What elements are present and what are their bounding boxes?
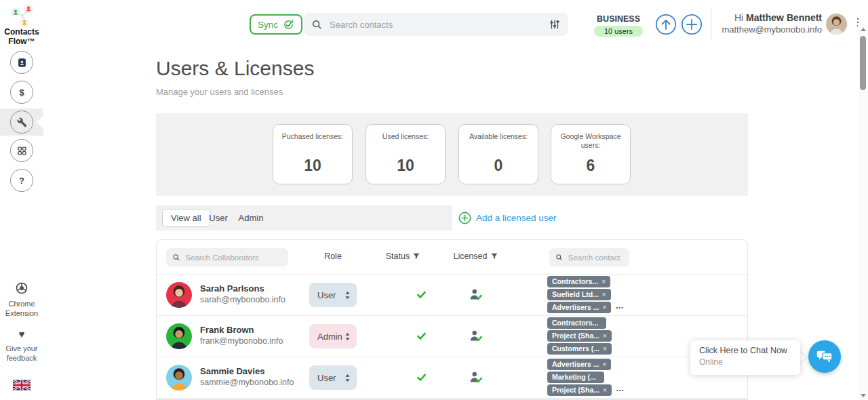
tag[interactable]: Project (Sha...× <box>547 384 612 396</box>
column-licensed[interactable]: Licensed <box>450 252 500 261</box>
wrench-icon <box>17 117 27 127</box>
brand-name: Contacts Flow™ <box>0 27 43 46</box>
scroll-up-arrow-icon[interactable] <box>861 28 866 31</box>
licensed-user-icon <box>450 370 500 384</box>
scroll-down-arrow-icon[interactable] <box>861 394 866 397</box>
tag[interactable]: Contractors...× <box>547 276 610 287</box>
sidebar: Contacts Flow™ $ ? <box>0 0 43 400</box>
tag[interactable]: Advertisers ...× <box>547 359 611 370</box>
remove-tag-icon: × <box>603 386 607 394</box>
search-contact-lists-input[interactable] <box>567 253 623 262</box>
filter-funnel-icon <box>413 253 420 260</box>
remove-tag-icon: × <box>603 332 607 340</box>
search-collaborators-input[interactable] <box>184 253 282 262</box>
search-contact-lists <box>549 248 629 266</box>
table-row: Sarah Parlsons sarah@mybonobo.info User <box>157 274 747 315</box>
role-select[interactable]: Admin <box>309 324 357 348</box>
tag[interactable]: Project (Sha...× <box>547 330 612 342</box>
user-name: Matthew Bennett <box>746 12 822 23</box>
plus-circle-icon <box>681 14 703 35</box>
tag[interactable]: Suefield Ltd...× <box>547 289 611 300</box>
user-info: Hi Matthew Bennett matthew@mybonobo.info <box>705 12 822 35</box>
contacts-flow-logo-icon[interactable] <box>9 3 36 28</box>
user-greeting: Hi Matthew Bennett <box>705 12 822 23</box>
search-contacts-input[interactable] <box>328 19 542 31</box>
role-select[interactable]: User <box>309 283 357 307</box>
tag[interactable]: Contractors... <box>547 317 606 329</box>
remove-tag-icon: × <box>603 345 607 353</box>
tab-user[interactable]: User <box>203 205 233 231</box>
remove-tag-icon: × <box>601 278 606 285</box>
table-row: Frank Brown frank@mybonobo.info Admin Co <box>157 315 747 357</box>
plan-name: BUSINESS <box>582 14 640 24</box>
page-title: Users & Licenses <box>156 57 314 80</box>
sync-button[interactable]: Sync <box>250 14 302 35</box>
stat-card-available: Available licenses: 0 <box>458 124 538 184</box>
licensed-user-icon <box>450 287 500 302</box>
sidebar-item-billing[interactable]: $ <box>10 81 33 104</box>
contact-list-tags: Contractors... Project (Sha...× Customer… <box>547 317 612 355</box>
chat-prompt-card[interactable]: Click Here to Chat Now Online <box>690 340 800 375</box>
updown-arrows-icon <box>344 374 351 382</box>
app-window: Contacts Flow™ $ ? <box>0 0 868 400</box>
add-new-button[interactable] <box>681 14 703 35</box>
remove-tag-icon: × <box>602 291 606 298</box>
feedback-link[interactable]: ♥ Give your feedback <box>0 329 43 363</box>
more-tags-icon[interactable]: ••• <box>616 387 624 393</box>
tag[interactable]: Customers (...× <box>547 343 612 355</box>
page-subtitle: Manage your users and licenses <box>156 87 283 97</box>
question-icon: ? <box>19 176 24 186</box>
remove-tag-icon: × <box>602 361 606 368</box>
sidebar-item-contacts[interactable] <box>10 51 33 74</box>
scrollbar-thumb[interactable] <box>860 36 866 90</box>
user-avatar[interactable] <box>826 14 847 35</box>
dollar-icon: $ <box>19 87 24 98</box>
table-header: Role Status Licensed <box>157 240 747 274</box>
sidebar-item-apps[interactable] <box>10 139 33 162</box>
more-tags-icon[interactable]: ••• <box>616 304 623 311</box>
status-check-icon <box>397 372 445 385</box>
sidebar-item-settings[interactable] <box>10 111 33 134</box>
language-flag-uk[interactable] <box>13 380 31 391</box>
chrome-icon <box>15 281 28 295</box>
user-email: sammie@mybonobo.info <box>200 378 294 387</box>
status-check-icon <box>397 289 445 302</box>
contact-list-tags: Contractors...× Suefield Ltd...× Adverti… <box>547 276 624 313</box>
contact-card-icon <box>17 58 27 68</box>
search-icon <box>555 253 563 262</box>
filter-sliders-icon[interactable] <box>549 18 561 31</box>
global-search <box>304 13 568 36</box>
grid-icon <box>17 146 27 156</box>
user-name: Frank Brown <box>200 325 254 335</box>
add-licensed-user-button[interactable]: Add a licensed user <box>458 209 557 227</box>
import-upload-button[interactable] <box>655 14 677 35</box>
status-check-icon <box>397 331 445 344</box>
chat-bubbles-icon <box>816 349 833 365</box>
avatar <box>166 282 192 308</box>
stat-card-workspace: Google Workspace users: 6 <box>551 124 631 184</box>
role-select[interactable]: User <box>309 365 357 390</box>
sidebar-item-help[interactable]: ? <box>10 169 33 192</box>
table-row: Sammie Davies sammie@mybonobo.info User <box>157 357 747 398</box>
tab-admin[interactable]: Admin <box>232 205 270 231</box>
stat-card-used: Used licenses: 10 <box>366 124 446 184</box>
avatar <box>166 323 192 349</box>
tab-view-all[interactable]: View all <box>162 209 210 227</box>
heart-icon: ♥ <box>19 328 25 340</box>
sync-label: Sync <box>258 20 278 30</box>
column-status[interactable]: Status <box>379 252 427 261</box>
user-name: Sarah Parlsons <box>200 283 264 294</box>
search-collaborators <box>166 248 288 266</box>
tag[interactable]: Advertisers ...× <box>547 302 611 313</box>
page-scrollbar[interactable] <box>858 24 868 400</box>
chat-launcher-button[interactable] <box>808 340 841 373</box>
chrome-extension-link[interactable]: Chrome Extension <box>0 281 43 318</box>
updown-arrows-icon <box>344 332 351 341</box>
role-filter-tabs: View all User Admin <box>156 205 452 231</box>
updown-arrows-icon <box>344 291 351 300</box>
search-icon <box>311 19 322 30</box>
column-role: Role <box>309 252 357 261</box>
stat-card-purchased: Puchased licenses: 10 <box>273 124 353 184</box>
user-email: frank@mybonobo.info <box>200 336 283 346</box>
tag[interactable]: Marketing (... <box>547 372 604 383</box>
